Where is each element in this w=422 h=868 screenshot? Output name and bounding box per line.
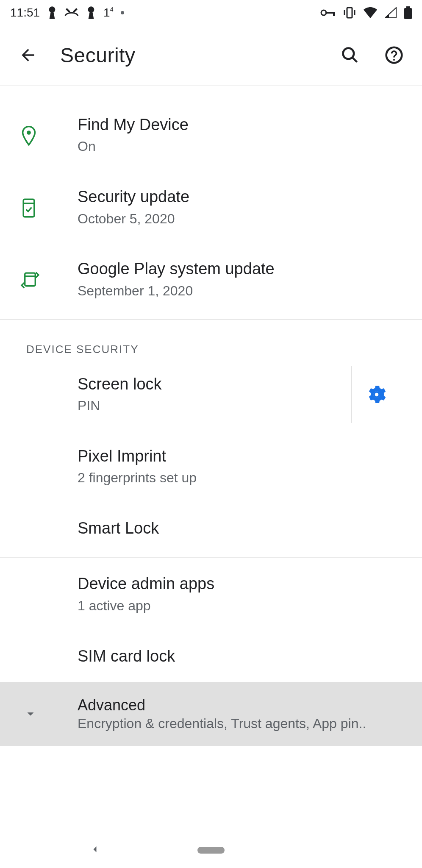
- no-icon: [20, 528, 78, 529]
- back-button[interactable]: [16, 43, 40, 67]
- svg-point-16: [375, 392, 378, 396]
- row-subtitle: PIN: [78, 396, 351, 415]
- svg-rect-12: [23, 199, 34, 217]
- nav-home-pill[interactable]: [197, 847, 225, 854]
- search-button[interactable]: [338, 43, 362, 67]
- svg-rect-2: [333, 12, 335, 16]
- no-icon: [20, 655, 78, 657]
- row-sim-card-lock[interactable]: SIM card lock: [0, 631, 422, 682]
- section-header-device-security: DEVICE SECURITY: [0, 320, 422, 359]
- chevron-down-icon: [20, 706, 78, 721]
- vpn-key-icon: [320, 8, 336, 17]
- no-icon: [20, 593, 78, 595]
- no-icon: [20, 394, 78, 395]
- svg-rect-7: [406, 6, 410, 8]
- row-subtitle: October 5, 2020: [78, 209, 402, 228]
- row-subtitle: 2 fingerprints set up: [78, 468, 402, 487]
- help-button[interactable]: [382, 43, 406, 67]
- content: apps Find My Device On Security update O…: [0, 75, 422, 746]
- row-title: Find My Device: [78, 114, 402, 135]
- row-subtitle: 1 active app: [78, 596, 402, 615]
- sim-1-icon: 14: [103, 6, 113, 19]
- row-title: Google Play system update: [78, 259, 402, 279]
- page-title: Security: [60, 44, 318, 67]
- row-advanced[interactable]: Advanced Encryption & credentials, Trust…: [0, 682, 422, 746]
- svg-rect-14: [25, 273, 36, 287]
- wifi-icon: [364, 7, 377, 18]
- vibrate-icon: [343, 7, 356, 19]
- row-title: Pixel Imprint: [78, 446, 402, 467]
- svg-rect-6: [404, 8, 412, 19]
- no-icon: [20, 466, 78, 467]
- row-device-admin-apps[interactable]: Device admin apps 1 active app: [0, 558, 422, 630]
- row-subtitle: September 1, 2020: [78, 281, 402, 300]
- location-pin-icon: [20, 124, 78, 146]
- status-bar: 11:51 14: [0, 0, 422, 25]
- missed-call-icon: [64, 7, 79, 18]
- system-update-icon: [20, 196, 78, 218]
- nav-back-button[interactable]: [89, 843, 101, 857]
- navigation-bar: [0, 832, 422, 868]
- row-subtitle: Encryption & credentials, Trust agents, …: [78, 716, 402, 732]
- status-right: [320, 6, 412, 19]
- row-title: Screen lock: [78, 374, 351, 395]
- keyhole-icon: [47, 6, 57, 19]
- dot-icon: [121, 11, 124, 14]
- row-smart-lock[interactable]: Smart Lock: [0, 503, 422, 554]
- row-screen-lock[interactable]: Screen lock PIN: [0, 359, 422, 431]
- svg-rect-3: [347, 8, 352, 18]
- row-play-update[interactable]: Google Play system update September 1, 2…: [0, 243, 422, 315]
- row-find-my-device[interactable]: Find My Device On: [0, 99, 422, 171]
- status-time: 11:51: [10, 6, 40, 19]
- row-title: Smart Lock: [78, 518, 402, 539]
- svg-line-9: [353, 58, 357, 62]
- status-left: 11:51 14: [10, 6, 124, 19]
- svg-point-8: [343, 48, 354, 59]
- row-pixel-imprint[interactable]: Pixel Imprint 2 fingerprints set up: [0, 431, 422, 503]
- play-update-icon: [20, 269, 78, 290]
- screen-lock-settings-button[interactable]: [351, 366, 402, 423]
- row-title: Advanced: [78, 696, 402, 714]
- keyhole-icon-2: [86, 6, 96, 19]
- row-title: Device admin apps: [78, 573, 402, 594]
- row-title: Security update: [78, 186, 402, 207]
- signal-icon: [385, 7, 397, 18]
- row-title: SIM card lock: [78, 646, 402, 667]
- row-security-update[interactable]: Security update October 5, 2020: [0, 171, 422, 243]
- svg-point-11: [27, 131, 31, 135]
- battery-icon: [404, 6, 412, 19]
- row-subtitle: On: [78, 137, 402, 156]
